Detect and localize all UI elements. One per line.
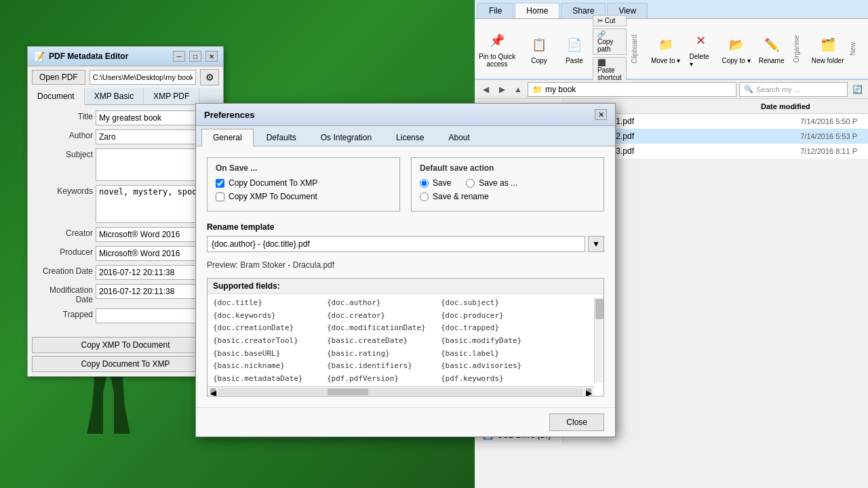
save-as-radio[interactable] xyxy=(466,179,475,188)
save-radio[interactable] xyxy=(420,179,429,188)
address-input[interactable]: 📁 my book xyxy=(528,82,736,97)
fields-row-0: {doc.title} {doc.author} {doc.subject} xyxy=(213,297,598,310)
on-save-group: On Save ... Copy Document To XMP Copy XM… xyxy=(207,157,400,211)
organise-label: Organise xyxy=(790,35,803,63)
move-icon: 📁 xyxy=(655,34,677,56)
save-rename-radio[interactable] xyxy=(420,192,429,201)
paste-shortcut-button[interactable]: ⬛ Paste shortcut xyxy=(593,57,627,83)
scrollbar-track[interactable] xyxy=(218,388,583,395)
copy-xmp-doc-row: Copy XMP To Document xyxy=(216,192,391,201)
vertical-scrollbar[interactable] xyxy=(594,298,604,382)
scrollbar-thumb xyxy=(595,299,604,319)
paste-button[interactable]: 📄 Paste xyxy=(557,31,591,67)
pin-quick-access-button[interactable]: 📌 Pin to Quick access xyxy=(480,27,514,70)
pdf-action-buttons: Copy XMP To Document Copy Document To XM… xyxy=(28,333,223,376)
pref-tab-defaults[interactable]: Defaults xyxy=(255,129,308,146)
rename-template-section: Rename template ▼ xyxy=(207,222,604,252)
trapped-row: Trapped True False xyxy=(32,308,219,323)
fields-row-3: {basic.creatorTool} {basic.createDate} {… xyxy=(213,335,598,348)
delete-icon: ✕ xyxy=(690,30,712,52)
default-save-group: Default save action Save Save as ... Sav… xyxy=(411,157,604,211)
up-button[interactable]: ▲ xyxy=(511,83,525,96)
copy-xmp-to-doc-button[interactable]: Copy XMP To Document xyxy=(32,337,219,353)
scroll-right[interactable]: ▶ xyxy=(586,388,591,395)
pdf-fields-area: Title Author Subject Keywords Creator Pr… xyxy=(28,105,223,333)
rename-button[interactable]: ✏️ Rename xyxy=(755,31,789,67)
paste-icon: 📄 xyxy=(564,34,585,56)
rename-icon: ✏️ xyxy=(761,34,783,56)
preferences-dialog: Preferences ✕ General Defaults Os Integr… xyxy=(195,103,616,437)
pref-tab-about[interactable]: About xyxy=(437,129,481,146)
rename-input-row: ▼ xyxy=(207,236,604,252)
fields-row-1: {doc.keywords} {doc.creator} {doc.produc… xyxy=(213,310,598,323)
copy-xmp-to-doc-checkbox[interactable] xyxy=(216,192,224,201)
tab-xmp-pdf[interactable]: XMP PDF xyxy=(144,88,199,104)
minimize-button[interactable]: ─ xyxy=(173,51,185,62)
preferences-body: On Save ... Copy Document To XMP Copy XM… xyxy=(196,146,615,407)
settings-button[interactable]: ⚙ xyxy=(200,69,219,85)
explorer-tab-bar: File Home Share View xyxy=(475,0,868,19)
pref-tab-general[interactable]: General xyxy=(201,129,254,146)
new-label: New xyxy=(846,42,859,56)
copy-to-icon: 📂 xyxy=(726,34,747,56)
supported-fields-box: Supported fields: {doc.title} {doc.autho… xyxy=(207,278,604,396)
clipboard-extra: ✂ Cut 🔗 Copy path ⬛ Paste shortcut xyxy=(593,15,627,83)
open-pdf-button[interactable]: Open PDF xyxy=(32,70,85,85)
rename-template-input[interactable] xyxy=(207,236,585,252)
tab-file[interactable]: File xyxy=(477,3,513,18)
pref-top-section: On Save ... Copy Document To XMP Copy XM… xyxy=(207,157,604,211)
pdf-title-icon: 📝 xyxy=(33,51,45,62)
tab-home[interactable]: Home xyxy=(515,3,559,18)
move-to-button[interactable]: 📁 Move to ▾ xyxy=(649,31,683,67)
save-radio-row: Save Save as ... xyxy=(420,178,595,188)
title-field-row: Title xyxy=(32,110,219,125)
cut-button[interactable]: ✂ Cut xyxy=(593,15,627,26)
new-folder-icon: 🗂️ xyxy=(817,34,839,56)
preferences-titlebar: Preferences ✕ xyxy=(196,104,615,126)
copy-path-button[interactable]: 🔗 Copy path xyxy=(593,28,627,55)
pdf-editor-titlebar: 📝 PDF Metadata Editor ─ □ ✕ xyxy=(28,47,223,66)
pref-tab-os-integration[interactable]: Os Integration xyxy=(309,129,383,146)
forward-button[interactable]: ▶ xyxy=(495,83,509,96)
copy-button[interactable]: 📋 Copy xyxy=(522,31,556,67)
save-rename-radio-row: Save & rename xyxy=(420,192,595,201)
explorer-ribbon: 📌 Pin to Quick access 📋 Copy 📄 Paste ✂ C… xyxy=(475,19,868,80)
keywords-field-row: Keywords xyxy=(32,185,219,223)
maximize-button[interactable]: □ xyxy=(189,51,201,62)
preferences-close-button[interactable]: ✕ xyxy=(595,109,607,120)
path-input[interactable] xyxy=(90,70,196,85)
delete-button[interactable]: ✕ Delete ▾ xyxy=(684,27,718,70)
producer-field-row: Producer xyxy=(32,246,219,261)
creator-field-row: Creator xyxy=(32,227,219,242)
search-input[interactable]: 🔍 Search my ... xyxy=(739,82,848,97)
explorer-address-bar: ◀ ▶ ▲ 📁 my book 🔍 Search my ... 🔄 xyxy=(475,80,868,99)
tab-xmp-basic[interactable]: XMP Basic xyxy=(85,88,144,104)
fields-content: {doc.title} {doc.author} {doc.subject} {… xyxy=(208,294,604,392)
fields-row-6: {basic.metadataDate} {pdf.pdfVersion} {p… xyxy=(213,373,598,386)
copy-icon: 📋 xyxy=(528,34,550,56)
fields-row-2: {doc.creationDate} {doc.modificationDate… xyxy=(213,322,598,335)
modification-date-row: Modification Date xyxy=(32,284,219,304)
pdf-tab-bar: Document XMP Basic XMP PDF xyxy=(28,88,223,105)
pdf-toolbar: Open PDF ⚙ xyxy=(28,66,223,88)
clipboard-label: Clipboard xyxy=(628,35,641,64)
scroll-left[interactable]: ◀ xyxy=(210,388,216,395)
rename-dropdown-button[interactable]: ▼ xyxy=(588,236,604,252)
preview-row: Preview: Bram Stoker - Dracula.pdf xyxy=(207,260,604,270)
creation-date-row: Creation Date xyxy=(32,265,219,280)
horizontal-scrollbar[interactable]: ◀ ▶ xyxy=(208,386,594,396)
back-button[interactable]: ◀ xyxy=(479,83,492,96)
close-preferences-button[interactable]: Close xyxy=(549,413,604,431)
subject-field-row: Subject xyxy=(32,148,219,181)
tab-document[interactable]: Document xyxy=(28,88,85,105)
copy-doc-xmp-row: Copy Document To XMP xyxy=(216,178,391,188)
refresh-button[interactable]: 🔄 xyxy=(850,83,864,96)
copy-doc-to-xmp-button[interactable]: Copy Document To XMP xyxy=(32,356,219,372)
pref-tab-license[interactable]: License xyxy=(384,129,435,146)
copy-to-button[interactable]: 📂 Copy to ▾ xyxy=(719,31,753,67)
new-folder-button[interactable]: 🗂️ New folder xyxy=(811,31,845,67)
preferences-tab-bar: General Defaults Os Integration License … xyxy=(196,126,615,146)
pin-icon: 📌 xyxy=(486,30,508,52)
close-editor-button[interactable]: ✕ xyxy=(205,51,218,62)
copy-doc-to-xmp-checkbox[interactable] xyxy=(216,179,224,188)
